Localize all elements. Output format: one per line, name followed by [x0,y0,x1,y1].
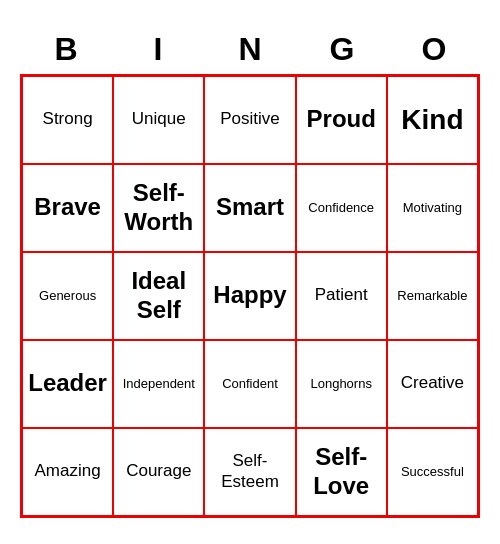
bingo-cell-7: Smart [204,164,295,252]
cell-text-24: Successful [401,464,464,480]
bingo-cell-15: Leader [22,340,113,428]
cell-text-21: Courage [126,461,191,481]
bingo-cell-12: Happy [204,252,295,340]
cell-text-22: Self-Esteem [209,451,290,492]
bingo-header: BINGO [20,27,480,72]
cell-text-11: Ideal Self [118,267,199,325]
bingo-cell-0: Strong [22,76,113,164]
bingo-cell-20: Amazing [22,428,113,516]
cell-text-17: Confident [222,376,278,392]
bingo-cell-8: Confidence [296,164,387,252]
header-letter-B: B [20,27,112,72]
cell-text-1: Unique [132,109,186,129]
cell-text-10: Generous [39,288,96,304]
bingo-grid: StrongUniquePositiveProudKindBraveSelf-W… [20,74,480,518]
bingo-cell-14: Remarkable [387,252,478,340]
bingo-cell-9: Motivating [387,164,478,252]
bingo-cell-3: Proud [296,76,387,164]
bingo-cell-22: Self-Esteem [204,428,295,516]
bingo-cell-24: Successful [387,428,478,516]
cell-text-13: Patient [315,285,368,305]
cell-text-6: Self-Worth [118,179,199,237]
bingo-cell-19: Creative [387,340,478,428]
bingo-cell-13: Patient [296,252,387,340]
cell-text-9: Motivating [403,200,462,216]
header-letter-N: N [204,27,296,72]
header-letter-G: G [296,27,388,72]
bingo-cell-1: Unique [113,76,204,164]
bingo-cell-6: Self-Worth [113,164,204,252]
bingo-cell-16: Independent [113,340,204,428]
header-letter-O: O [388,27,480,72]
header-letter-I: I [112,27,204,72]
bingo-card: BINGO StrongUniquePositiveProudKindBrave… [20,27,480,518]
bingo-cell-2: Positive [204,76,295,164]
cell-text-14: Remarkable [397,288,467,304]
cell-text-4: Kind [401,103,463,137]
cell-text-15: Leader [28,369,107,398]
bingo-cell-18: Longhorns [296,340,387,428]
cell-text-5: Brave [34,193,101,222]
cell-text-23: Self-Love [301,443,382,501]
cell-text-0: Strong [43,109,93,129]
cell-text-19: Creative [401,373,464,393]
bingo-cell-17: Confident [204,340,295,428]
cell-text-8: Confidence [308,200,374,216]
bingo-cell-23: Self-Love [296,428,387,516]
bingo-cell-11: Ideal Self [113,252,204,340]
cell-text-20: Amazing [35,461,101,481]
cell-text-12: Happy [213,281,286,310]
cell-text-16: Independent [123,376,195,392]
bingo-cell-21: Courage [113,428,204,516]
cell-text-2: Positive [220,109,280,129]
bingo-cell-4: Kind [387,76,478,164]
bingo-cell-5: Brave [22,164,113,252]
bingo-cell-10: Generous [22,252,113,340]
cell-text-18: Longhorns [310,376,371,392]
cell-text-7: Smart [216,193,284,222]
cell-text-3: Proud [307,105,376,134]
